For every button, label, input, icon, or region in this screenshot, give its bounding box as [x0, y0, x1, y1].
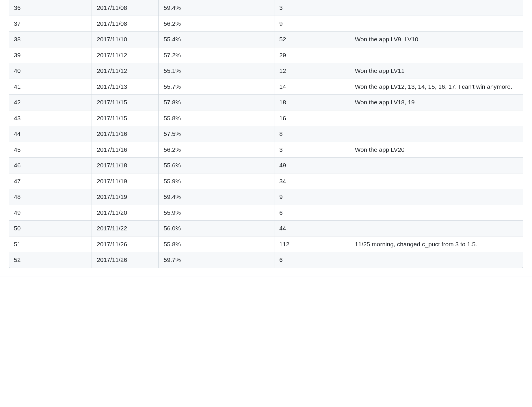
cell-count: 16	[274, 110, 350, 126]
cell-note	[350, 158, 523, 173]
cell-note: Won the app LV9, LV10	[350, 32, 523, 47]
cell-date: 2017/11/18	[92, 158, 159, 173]
cell-note: Won the app LV12, 13, 14, 15, 16, 17. I …	[350, 79, 523, 95]
cell-count: 52	[274, 32, 350, 47]
cell-date: 2017/11/15	[92, 110, 159, 126]
table-row: 402017/11/1255.1%12Won the app LV11	[9, 63, 523, 79]
cell-count: 49	[274, 158, 350, 173]
cell-count: 3	[274, 142, 350, 158]
cell-percent: 55.8%	[159, 110, 274, 126]
cell-count: 14	[274, 79, 350, 95]
cell-count: 29	[274, 47, 350, 63]
cell-percent: 56.0%	[159, 221, 274, 236]
cell-date: 2017/11/22	[92, 221, 159, 236]
cell-index: 50	[9, 221, 92, 236]
results-table: 362017/11/0859.4%3372017/11/0856.2%93820…	[9, 0, 523, 268]
cell-count: 44	[274, 221, 350, 236]
table-row: 432017/11/1555.8%16	[9, 110, 523, 126]
table-row: 382017/11/1055.4%52Won the app LV9, LV10	[9, 32, 523, 47]
cell-index: 51	[9, 236, 92, 252]
cell-index: 42	[9, 95, 92, 110]
cell-note	[350, 110, 523, 126]
cell-index: 47	[9, 173, 92, 189]
cell-date: 2017/11/10	[92, 32, 159, 47]
cell-note: Won the app LV11	[350, 63, 523, 79]
cell-note	[350, 126, 523, 142]
cell-note: Won the app LV20	[350, 142, 523, 158]
cell-count: 3	[274, 0, 350, 16]
cell-note	[350, 173, 523, 189]
cell-percent: 55.6%	[159, 158, 274, 173]
cell-date: 2017/11/15	[92, 95, 159, 110]
table-row: 372017/11/0856.2%9	[9, 16, 523, 32]
cell-date: 2017/11/12	[92, 47, 159, 63]
cell-percent: 57.5%	[159, 126, 274, 142]
cell-index: 43	[9, 110, 92, 126]
cell-date: 2017/11/16	[92, 142, 159, 158]
cell-date: 2017/11/26	[92, 252, 159, 268]
cell-count: 34	[274, 173, 350, 189]
cell-date: 2017/11/13	[92, 79, 159, 95]
cell-count: 18	[274, 95, 350, 110]
cell-percent: 55.9%	[159, 205, 274, 221]
table-row: 482017/11/1959.4%9	[9, 189, 523, 205]
cell-percent: 56.2%	[159, 142, 274, 158]
section-divider	[0, 277, 532, 277]
cell-note	[350, 221, 523, 236]
cell-index: 49	[9, 205, 92, 221]
results-table-container: 362017/11/0859.4%3372017/11/0856.2%93820…	[9, 0, 523, 268]
cell-count: 12	[274, 63, 350, 79]
table-row: 462017/11/1855.6%49	[9, 158, 523, 173]
cell-note	[350, 205, 523, 221]
cell-index: 41	[9, 79, 92, 95]
cell-percent: 59.7%	[159, 252, 274, 268]
cell-percent: 56.2%	[159, 16, 274, 32]
cell-note	[350, 189, 523, 205]
cell-count: 6	[274, 252, 350, 268]
cell-index: 44	[9, 126, 92, 142]
cell-percent: 55.8%	[159, 236, 274, 252]
cell-date: 2017/11/08	[92, 16, 159, 32]
cell-index: 40	[9, 63, 92, 79]
cell-index: 52	[9, 252, 92, 268]
cell-date: 2017/11/19	[92, 173, 159, 189]
cell-note	[350, 16, 523, 32]
cell-note	[350, 0, 523, 16]
table-row: 522017/11/2659.7%6	[9, 252, 523, 268]
table-row: 392017/11/1257.2%29	[9, 47, 523, 63]
cell-percent: 57.2%	[159, 47, 274, 63]
cell-date: 2017/11/12	[92, 63, 159, 79]
cell-percent: 55.9%	[159, 173, 274, 189]
cell-note	[350, 47, 523, 63]
table-row: 412017/11/1355.7%14Won the app LV12, 13,…	[9, 79, 523, 95]
cell-date: 2017/11/08	[92, 0, 159, 16]
table-row: 452017/11/1656.2%3Won the app LV20	[9, 142, 523, 158]
cell-note	[350, 252, 523, 268]
cell-percent: 55.7%	[159, 79, 274, 95]
table-row: 442017/11/1657.5%8	[9, 126, 523, 142]
cell-index: 48	[9, 189, 92, 205]
cell-count: 9	[274, 16, 350, 32]
cell-index: 36	[9, 0, 92, 16]
cell-note: Won the app LV18, 19	[350, 95, 523, 110]
cell-percent: 55.4%	[159, 32, 274, 47]
cell-date: 2017/11/19	[92, 189, 159, 205]
cell-index: 46	[9, 158, 92, 173]
table-row: 422017/11/1557.8%18Won the app LV18, 19	[9, 95, 523, 110]
cell-count: 9	[274, 189, 350, 205]
cell-index: 37	[9, 16, 92, 32]
cell-index: 39	[9, 47, 92, 63]
cell-percent: 59.4%	[159, 189, 274, 205]
cell-count: 6	[274, 205, 350, 221]
cell-date: 2017/11/16	[92, 126, 159, 142]
cell-note: 11/25 morning, changed c_puct from 3 to …	[350, 236, 523, 252]
cell-index: 38	[9, 32, 92, 47]
cell-percent: 59.4%	[159, 0, 274, 16]
cell-index: 45	[9, 142, 92, 158]
table-row: 502017/11/2256.0%44	[9, 221, 523, 236]
table-row: 512017/11/2655.8%11211/25 morning, chang…	[9, 236, 523, 252]
cell-count: 112	[274, 236, 350, 252]
table-row: 472017/11/1955.9%34	[9, 173, 523, 189]
cell-percent: 55.1%	[159, 63, 274, 79]
cell-count: 8	[274, 126, 350, 142]
